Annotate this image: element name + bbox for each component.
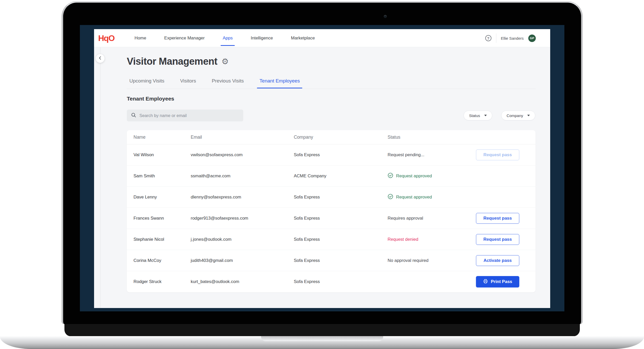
- column-header-name: Name: [133, 135, 146, 140]
- section-title: Tenant Employees: [127, 96, 174, 102]
- user-name: Ellie Sanders: [501, 36, 524, 40]
- employee-name: Rodger Struck: [133, 279, 162, 284]
- employee-email: j.jones@outlook.com: [191, 237, 231, 242]
- status-approved: Request approved: [388, 172, 432, 179]
- tab-previous-visits[interactable]: Previous Visits: [212, 78, 244, 84]
- check-circle-icon: [388, 194, 393, 201]
- employee-company: ACME Company: [294, 173, 327, 179]
- tab-tenant-employees[interactable]: Tenant Employees: [260, 78, 300, 84]
- table-header: Name Email Company Status: [127, 130, 536, 144]
- status-approved-label: Request approved: [396, 173, 432, 179]
- navbar-right-group: ? Ellie Sanders GP: [485, 29, 536, 47]
- status-approved-label: Request approved: [396, 195, 432, 200]
- help-icon[interactable]: ?: [485, 35, 491, 41]
- employee-name: Dave Lenny: [133, 195, 157, 200]
- settings-gear-icon[interactable]: ⚙: [221, 57, 229, 65]
- search-icon: [131, 112, 136, 119]
- chevron-down-icon: [484, 115, 487, 116]
- chevron-left-icon: [98, 56, 103, 61]
- check-circle-icon: [388, 172, 393, 179]
- table-row: Stephanie Nicol j.jones@outlook.com Sofa…: [127, 229, 536, 250]
- employee-email: judith403@gmail.com: [191, 258, 233, 263]
- page-title: Visitor Management: [127, 56, 217, 67]
- employee-name: Stephanie Nicol: [133, 237, 164, 242]
- tab-visitors[interactable]: Visitors: [180, 78, 196, 84]
- nav-item-marketplace[interactable]: Marketplace: [291, 29, 315, 47]
- employee-email: dlenny@sofaexpress.com: [191, 195, 241, 200]
- activate-pass-button[interactable]: Activate pass: [476, 255, 519, 266]
- sidebar-rail: [100, 47, 101, 308]
- status-filter-dropdown[interactable]: Status: [464, 111, 492, 120]
- search-input[interactable]: [139, 113, 239, 118]
- search-box: [127, 110, 243, 121]
- top-navbar: HqO Home Experience Manager Apps Intelli…: [94, 29, 550, 47]
- table-row: Frances Swann rodger913@sofaexpress.com …: [127, 208, 536, 229]
- company-filter-label: Company: [507, 113, 523, 118]
- employee-name: Sam Smith: [133, 173, 155, 179]
- employee-company: Sofa Express: [294, 237, 320, 242]
- table-row: Corina McCoy judith403@gmail.com Sofa Ex…: [127, 250, 536, 271]
- print-pass-button[interactable]: Print Pass: [476, 276, 519, 287]
- laptop-base-notch: [261, 336, 383, 341]
- employee-email: vwilson@sofaexpress.com: [191, 152, 243, 157]
- tab-bar: Upcoming Visits Visitors Previous Visits…: [129, 78, 300, 84]
- table-row: Dave Lenny dlenny@sofaexpress.com Sofa E…: [127, 187, 536, 208]
- nav-item-experience-manager[interactable]: Experience Manager: [164, 29, 205, 47]
- printer-icon: [483, 279, 488, 285]
- tab-upcoming-visits[interactable]: Upcoming Visits: [129, 78, 164, 84]
- employee-name: Corina McCoy: [133, 258, 161, 263]
- employee-company: Sofa Express: [294, 152, 320, 157]
- nav-links: Home Experience Manager Apps Intelligenc…: [135, 29, 315, 47]
- employee-company: Sofa Express: [294, 279, 320, 284]
- status-denied: Request denied: [388, 237, 418, 242]
- status-approved: Request approved: [388, 194, 432, 201]
- visitor-management-app: HqO Home Experience Manager Apps Intelli…: [94, 29, 550, 308]
- column-header-company: Company: [294, 135, 313, 140]
- employee-email: kurt_bates@outlook.com: [191, 279, 239, 284]
- nav-item-home[interactable]: Home: [135, 29, 146, 47]
- status-text-requires-approval: Requires approval: [388, 216, 423, 221]
- column-header-status: Status: [388, 135, 400, 140]
- table-row: Rodger Struck kurt_bates@outlook.com Sof…: [127, 271, 536, 292]
- employee-company: Sofa Express: [294, 195, 320, 200]
- table-row: Sam Smith ssmaith@acme.com ACME Company …: [127, 165, 536, 187]
- employee-email: rodger913@sofaexpress.com: [191, 216, 248, 221]
- request-pass-button[interactable]: Request pass: [476, 213, 519, 224]
- laptop-hinge: [64, 324, 580, 336]
- avatar[interactable]: GP: [528, 35, 536, 42]
- tab-bar-divider: [127, 89, 536, 89]
- status-text-pending: Request pending...: [388, 152, 424, 157]
- status-text-no-approval: No approval required: [388, 258, 429, 263]
- tenant-employees-table: Name Email Company Status Val Wilson vwi…: [127, 130, 536, 292]
- column-header-email: Email: [191, 135, 202, 140]
- print-pass-label: Print Pass: [491, 279, 512, 284]
- employee-name: Frances Swann: [133, 216, 164, 221]
- nav-item-apps[interactable]: Apps: [223, 29, 233, 47]
- request-pass-button-disabled[interactable]: Request pass: [476, 149, 519, 160]
- table-row: Val Wilson vwilson@sofaexpress.com Sofa …: [127, 144, 536, 165]
- hqo-logo: HqO: [98, 29, 114, 47]
- filter-group: Status Company: [464, 111, 535, 120]
- chevron-down-icon: [527, 115, 530, 116]
- employee-email: ssmaith@acme.com: [191, 173, 230, 179]
- request-pass-button[interactable]: Request pass: [476, 234, 519, 245]
- employee-company: Sofa Express: [294, 216, 320, 221]
- company-filter-dropdown[interactable]: Company: [501, 111, 535, 120]
- sidebar-collapse-button[interactable]: [96, 54, 105, 63]
- webcam-dot: [384, 15, 387, 18]
- employee-name: Val Wilson: [133, 152, 154, 157]
- nav-divider: [496, 34, 496, 43]
- status-filter-label: Status: [469, 113, 480, 118]
- nav-item-intelligence[interactable]: Intelligence: [251, 29, 273, 47]
- page-title-row: Visitor Management ⚙: [127, 56, 229, 67]
- employee-company: Sofa Express: [294, 258, 320, 263]
